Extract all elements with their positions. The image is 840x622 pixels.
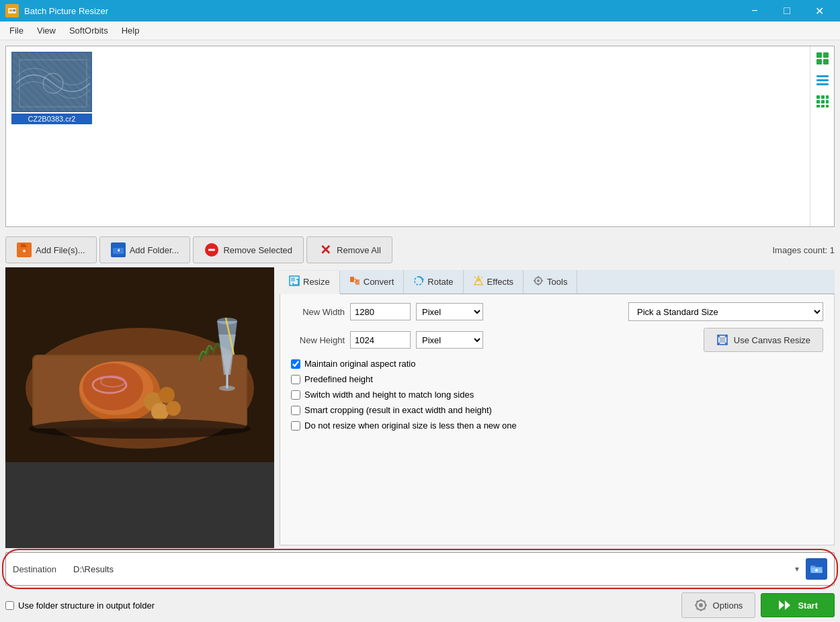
switch-sides-row: Switch width and height to match long si…: [291, 390, 823, 400]
canvas-resize-button[interactable]: Use Canvas Resize: [704, 328, 823, 352]
tab-convert-label: Convert: [364, 277, 394, 287]
maximize-button[interactable]: □: [771, 0, 802, 21]
donot-resize-checkbox[interactable]: [291, 421, 300, 431]
use-folder-checkbox[interactable]: [5, 601, 14, 610]
main-content: CZ2B0383.cr2: [0, 40, 840, 622]
maintain-aspect-label: Maintain original aspect ratio: [304, 359, 415, 369]
tab-convert[interactable]: Convert: [340, 270, 405, 294]
maintain-aspect-checkbox[interactable]: [291, 359, 300, 369]
add-files-button[interactable]: Add File(s)...: [5, 236, 97, 263]
svg-rect-9: [816, 59, 822, 64]
predefined-height-checkbox[interactable]: [291, 375, 300, 384]
svg-rect-52: [291, 277, 295, 281]
file-list-panel: CZ2B0383.cr2: [5, 46, 835, 227]
remove-all-button[interactable]: ✕ Remove All: [306, 236, 392, 263]
menu-view[interactable]: View: [30, 23, 62, 38]
canvas-resize-icon: [716, 334, 728, 346]
remove-selected-button[interactable]: Remove Selected: [193, 236, 304, 263]
svg-rect-7: [816, 52, 822, 58]
resize-tab-icon: [289, 275, 300, 288]
options-button[interactable]: Options: [681, 592, 756, 618]
svg-rect-20: [816, 105, 820, 107]
tab-tools-label: Tools: [547, 277, 567, 287]
predefined-height-row: Predefined height: [291, 374, 823, 384]
menu-help[interactable]: Help: [115, 23, 146, 38]
add-files-label: Add File(s)...: [36, 245, 85, 255]
remove-selected-icon: [204, 242, 219, 257]
start-icon: [778, 599, 792, 611]
svg-point-41: [159, 387, 175, 403]
svg-marker-81: [779, 601, 784, 610]
svg-rect-11: [816, 75, 829, 77]
app-title: Batch Picture Resizer: [24, 6, 739, 16]
svg-point-42: [151, 403, 169, 420]
width-unit-select[interactable]: Pixel Percent Inch Cm: [416, 303, 483, 320]
remove-selected-label: Remove Selected: [223, 245, 292, 255]
convert-tab-icon: [349, 275, 360, 288]
window-controls: − □ ✕: [739, 0, 835, 21]
food-image: [5, 267, 274, 548]
use-folder-label: Use folder structure in output folder: [18, 601, 155, 611]
predefined-height-label: Predefined height: [304, 374, 373, 384]
svg-rect-75: [695, 605, 697, 606]
svg-line-60: [474, 277, 476, 278]
destination-input[interactable]: [73, 564, 788, 574]
svg-rect-31: [208, 249, 215, 251]
width-input[interactable]: [350, 303, 411, 320]
svg-rect-29: [118, 249, 120, 252]
svg-rect-19: [826, 100, 829, 103]
minimize-button[interactable]: −: [739, 0, 770, 21]
svg-point-62: [537, 279, 540, 282]
smart-cropping-checkbox[interactable]: [291, 406, 300, 415]
add-folder-button[interactable]: Add Folder...: [99, 236, 191, 263]
form-panel: New Width Pixel Percent Inch Cm Pick a S…: [280, 294, 835, 545]
menu-file[interactable]: File: [3, 23, 30, 38]
svg-rect-22: [826, 105, 829, 107]
maintain-aspect-row: Maintain original aspect ratio: [291, 359, 823, 369]
start-label: Start: [798, 601, 818, 611]
svg-point-43: [166, 401, 181, 416]
smart-cropping-row: Smart cropping (result in exact width an…: [291, 405, 823, 415]
close-button[interactable]: ✕: [804, 0, 835, 21]
image-preview: [5, 267, 274, 548]
donot-resize-row: Do not resize when original size is less…: [291, 420, 823, 431]
height-unit-select[interactable]: Pixel Percent Inch Cm: [416, 331, 483, 349]
menu-softorbits[interactable]: SoftOrbits: [62, 23, 115, 38]
app-icon: [5, 4, 19, 17]
svg-rect-3: [13, 9, 15, 11]
smart-cropping-label: Smart cropping (result in exact width an…: [304, 405, 492, 415]
tab-rotate-label: Rotate: [427, 277, 453, 287]
bottom-area: Resize Convert: [0, 267, 840, 548]
add-files-icon: [17, 242, 32, 257]
file-name-label: CZ2B0383.cr2: [11, 114, 92, 124]
start-button[interactable]: Start: [761, 593, 835, 617]
standard-size-select[interactable]: Pick a Standard Size: [628, 302, 823, 321]
grid-view-button[interactable]: [813, 92, 832, 111]
gear-icon: [694, 598, 708, 612]
tab-tools[interactable]: Tools: [523, 270, 577, 294]
width-row: New Width Pixel Percent Inch Cm Pick a S…: [291, 302, 823, 321]
use-folder-row: Use folder structure in output folder: [5, 601, 155, 611]
switch-sides-checkbox[interactable]: [291, 390, 300, 400]
list-item[interactable]: CZ2B0383.cr2: [11, 52, 92, 124]
tab-effects[interactable]: Effects: [464, 270, 524, 294]
right-panel: Resize Convert: [274, 267, 840, 548]
svg-rect-53: [350, 277, 354, 282]
svg-rect-15: [821, 95, 825, 99]
list-view-button[interactable]: [813, 71, 832, 89]
remove-all-icon: ✕: [318, 242, 333, 257]
destination-dropdown-arrow[interactable]: ▾: [795, 564, 799, 574]
svg-rect-73: [700, 599, 702, 601]
destination-label: Destination: [13, 564, 67, 574]
height-input[interactable]: [350, 331, 411, 349]
destination-browse-button[interactable]: [806, 558, 827, 580]
large-icons-view-button[interactable]: [813, 49, 832, 68]
svg-line-59: [481, 277, 482, 278]
add-folder-label: Add Folder...: [130, 245, 179, 255]
donot-resize-label: Do not resize when original size is less…: [304, 420, 517, 431]
svg-rect-2: [9, 9, 12, 11]
tab-resize[interactable]: Resize: [280, 271, 340, 294]
svg-point-50: [29, 418, 251, 439]
tab-rotate[interactable]: Rotate: [404, 270, 463, 294]
effects-tab-icon: [473, 275, 484, 288]
